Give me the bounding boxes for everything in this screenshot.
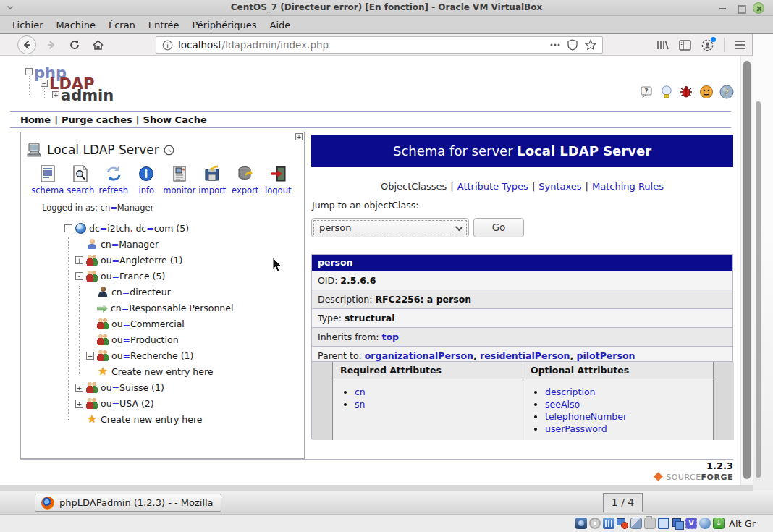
- audio-status-icon[interactable]: [603, 518, 614, 529]
- tool-logout[interactable]: logout: [262, 164, 295, 195]
- expand-icon[interactable]: +: [75, 256, 83, 264]
- required-attribute[interactable]: cn: [355, 387, 523, 397]
- tool-export[interactable]: export: [229, 164, 262, 195]
- tree-item[interactable]: +ou=Recherche (1): [86, 347, 193, 363]
- collapse-icon[interactable]: -: [64, 224, 72, 232]
- schema-nav-matching-rules[interactable]: Matching Rules: [592, 181, 664, 192]
- top-link-home[interactable]: Home: [20, 114, 51, 125]
- hdd-status-icon[interactable]: [575, 518, 587, 529]
- close-button[interactable]: [753, 2, 764, 14]
- workspace-pager[interactable]: 1 / 4: [603, 493, 643, 512]
- shared-folders-status-icon[interactable]: [644, 518, 656, 529]
- expand-icon[interactable]: +: [86, 352, 94, 360]
- bookmark-star-icon[interactable]: [585, 39, 596, 51]
- tree-item[interactable]: cn=Responsable Personnel: [86, 300, 233, 316]
- tool-refresh[interactable]: refresh: [97, 164, 130, 195]
- sidebar-icon[interactable]: [679, 40, 691, 51]
- schema-link[interactable]: residentialPerson: [480, 350, 570, 361]
- schema-link[interactable]: organizationalPerson: [365, 350, 473, 361]
- forward-button[interactable]: [42, 35, 61, 54]
- objectclass-select[interactable]: person: [311, 218, 469, 237]
- address-bar[interactable]: localhost/ldapadmin/index.php: [156, 36, 603, 54]
- orgunit-icon: [86, 397, 98, 409]
- tree-item[interactable]: ★Create new entry here: [86, 363, 214, 379]
- optional-attribute[interactable]: userPassword: [545, 423, 713, 434]
- taskbar-firefox-button[interactable]: phpLDAPadmin (1.2.3) - - Mozilla Fir...: [35, 494, 221, 512]
- tool-monitor[interactable]: monitor: [163, 164, 196, 195]
- tool-info[interactable]: info: [130, 164, 164, 195]
- background-window-scrollbar[interactable]: [756, 101, 761, 478]
- monitor-icon: [163, 164, 196, 183]
- required-attribute[interactable]: sn: [355, 399, 523, 410]
- menu-item-fichier[interactable]: Fichier: [6, 17, 50, 33]
- keyboard-status-icon[interactable]: [713, 518, 725, 529]
- help-icon[interactable]: ?: [719, 85, 734, 99]
- expand-icon[interactable]: +: [75, 400, 83, 408]
- tree-item[interactable]: ★Create new entry here: [75, 411, 203, 427]
- reload-button[interactable]: [65, 35, 84, 54]
- tracking-shield-icon[interactable]: [567, 39, 578, 51]
- recording-status-icon[interactable]: [672, 518, 683, 529]
- minimize-button[interactable]: [718, 3, 728, 13]
- question-bubble-icon[interactable]: ?: [640, 85, 654, 99]
- smiley-icon[interactable]: [699, 85, 714, 99]
- expand-icon[interactable]: +: [75, 384, 83, 392]
- back-button[interactable]: [17, 35, 36, 54]
- server-name[interactable]: Local LDAP Server: [47, 143, 159, 157]
- tree-item[interactable]: cn=directeur: [86, 284, 171, 300]
- tool-schema[interactable]: schema: [31, 164, 64, 195]
- sourceforge-logo[interactable]: SOURCEFORGE: [20, 473, 733, 482]
- tree-item-label: ou=Suisse (1): [101, 382, 164, 393]
- tree-item[interactable]: -ou=France (5): [75, 268, 165, 284]
- url-path: /ldapadmin/index.php: [222, 39, 329, 51]
- menu-item-périphériques[interactable]: Périphériques: [185, 17, 263, 33]
- vbox-titlebar[interactable]: CentOS_7 (Directeur error) [En fonction]…: [0, 0, 773, 16]
- cd-status-icon[interactable]: [589, 518, 601, 529]
- schema-nav-attribute-types[interactable]: Attribute Types: [457, 181, 528, 192]
- optional-attribute[interactable]: description: [545, 387, 713, 397]
- schema-value: ,: [570, 350, 576, 361]
- page-scrollbar[interactable]: [740, 56, 753, 485]
- menu-item-machine[interactable]: Machine: [50, 17, 102, 33]
- library-icon[interactable]: [656, 39, 669, 51]
- optional-attribute[interactable]: telephoneNumber: [545, 411, 713, 422]
- usb-status-icon[interactable]: [630, 518, 642, 529]
- tree-item[interactable]: +ou=Suisse (1): [75, 379, 164, 395]
- tree-item[interactable]: +ou=Angleterre (1): [75, 252, 182, 268]
- tool-import[interactable]: import: [196, 164, 229, 195]
- tool-search[interactable]: search: [64, 164, 98, 195]
- menu-item-écran[interactable]: Écran: [102, 17, 142, 33]
- url-host: localhost: [178, 39, 222, 51]
- bug-report-icon[interactable]: [679, 85, 693, 99]
- top-link-purge-caches[interactable]: Purge caches: [62, 114, 132, 125]
- tree-item[interactable]: ou=Production: [86, 332, 179, 347]
- schema-nav-syntaxes[interactable]: Syntaxes: [538, 181, 581, 192]
- network-status-icon[interactable]: [617, 518, 628, 529]
- panel-expand-icon[interactable]: +: [295, 133, 303, 140]
- menu-item-aide[interactable]: Aide: [263, 17, 297, 33]
- menu-icon[interactable]: [735, 40, 746, 50]
- features-status-icon[interactable]: [685, 518, 697, 529]
- schema-link[interactable]: top: [382, 332, 400, 342]
- scrollbar-thumb[interactable]: [743, 61, 751, 479]
- tree-item[interactable]: -dc=i2tch, dc=com (5): [64, 220, 189, 236]
- display-status-icon[interactable]: [658, 518, 669, 529]
- hint-bulb-icon[interactable]: [660, 85, 673, 99]
- optional-attribute[interactable]: seeAlso: [545, 399, 713, 410]
- collapse-icon[interactable]: -: [75, 272, 83, 280]
- top-link-show-cache[interactable]: Show Cache: [143, 114, 207, 125]
- tree-item[interactable]: ou=Commercial: [86, 316, 185, 332]
- tree-item-label: dc=i2tch, dc=com (5): [89, 223, 189, 234]
- page-info-icon[interactable]: [162, 40, 173, 51]
- go-button[interactable]: Go: [473, 218, 524, 237]
- mouse-status-icon[interactable]: [699, 518, 711, 529]
- schema-link[interactable]: pilotPerson: [577, 350, 635, 361]
- restore-button[interactable]: [735, 3, 745, 13]
- account-icon[interactable]: [701, 39, 714, 51]
- menu-item-entrée[interactable]: Entrée: [142, 17, 186, 33]
- tree-item[interactable]: cn=Manager: [75, 236, 159, 252]
- tree-item[interactable]: +ou=USA (2): [75, 395, 154, 411]
- tree-spacer: [86, 336, 94, 344]
- more-actions-icon[interactable]: [550, 43, 560, 46]
- home-button[interactable]: [88, 35, 107, 54]
